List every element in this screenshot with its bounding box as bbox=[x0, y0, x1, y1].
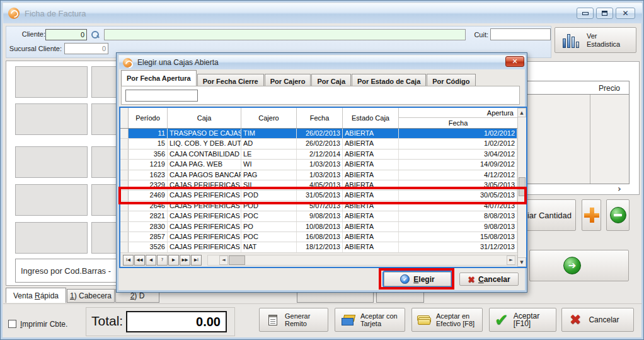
navigator-button-3[interactable]: ◀ bbox=[146, 255, 156, 266]
vscroll-down-icon[interactable]: ▼ bbox=[517, 257, 526, 267]
cliente-name-field[interactable] bbox=[104, 29, 466, 40]
quick-product-button[interactable] bbox=[15, 66, 88, 98]
quick-product-button[interactable] bbox=[15, 146, 88, 178]
minimize-button[interactable] bbox=[577, 8, 594, 19]
grid-row[interactable]: 2646CAJAS PERIFERICASPOD5/07/2013ABIERTA… bbox=[120, 201, 526, 211]
hscroll-right-icon[interactable]: ► bbox=[507, 255, 515, 265]
grid-cell: 3526 bbox=[129, 242, 168, 252]
col-estado[interactable]: Estado Caja bbox=[343, 108, 399, 128]
grid-cell: 4/05/2013 bbox=[297, 180, 343, 190]
vscroll-thumb[interactable] bbox=[519, 177, 526, 196]
row-indicator bbox=[120, 211, 129, 221]
navigator-buttons: I◀◀◀◀?▶▶▶▶I bbox=[123, 255, 202, 266]
grid-row[interactable]: 2830CAJAS PERIFERICASPO10/08/2013ABIERTA… bbox=[120, 222, 526, 232]
tab-venta-rapida[interactable]: Venta Rápida bbox=[6, 288, 66, 303]
grid-cell: ABIERTA bbox=[343, 191, 399, 200]
grid-cell: 10/08/2013 bbox=[297, 222, 343, 232]
navigator-button-1[interactable]: I◀ bbox=[123, 255, 134, 266]
row-indicator bbox=[120, 170, 129, 180]
ver-estadistica-button[interactable]: Ver Estadistica bbox=[555, 27, 636, 53]
grid-row[interactable]: 2821CAJAS PERIFERICASPOC9/08/2013ABIERTA… bbox=[120, 211, 526, 221]
cancelar-label: Cancelar bbox=[589, 316, 619, 324]
elegir-button[interactable]: ✔ Elegir bbox=[384, 272, 451, 286]
row-indicator bbox=[120, 191, 129, 200]
grid-cell: ABIERTA bbox=[343, 139, 399, 148]
grid-cell: 4/07/2013 bbox=[399, 201, 517, 211]
grid-cell: SIL bbox=[241, 180, 297, 190]
horizontal-scrollbar[interactable]: ◄ ► bbox=[207, 255, 517, 266]
aceptar-tarjeta-label: Aceptar con Tarjeta bbox=[360, 312, 403, 327]
grid-row[interactable]: 356CAJA CONTABILIDADLE2/12/2014ABIERTA3/… bbox=[120, 149, 526, 160]
grid-row[interactable]: 2857CAJAS PERIFERICASPOC16/08/2013ABIERT… bbox=[120, 232, 526, 242]
grid-cell: TRASPASO DE CAJAS PER bbox=[168, 129, 241, 138]
dialog-cancelar-button[interactable]: ✖ Cancelar bbox=[459, 273, 519, 286]
navigator-button-6[interactable]: ▶▶ bbox=[180, 255, 190, 266]
app-window: Ficha de Factura ✕ Cliente: 0 Cuit: Sucu… bbox=[0, 0, 644, 340]
dialog-close-button[interactable]: ✕ bbox=[505, 56, 524, 67]
search-icon bbox=[90, 30, 100, 40]
col-caja[interactable]: Caja bbox=[168, 108, 241, 128]
quick-product-button[interactable] bbox=[15, 184, 88, 216]
cliente-code-field[interactable]: 0 bbox=[45, 29, 87, 40]
grid-cell: 9/08/2013 bbox=[297, 211, 343, 221]
grid-row[interactable]: 15LIQ. COB. Y DEB. AUTOAD26/02/2013ABIER… bbox=[120, 139, 526, 149]
quick-product-button[interactable] bbox=[15, 103, 88, 135]
aceptar-efectivo-button[interactable]: Aceptar en Efectivo [F8] bbox=[411, 308, 483, 332]
vertical-scrollbar[interactable] bbox=[517, 117, 526, 257]
check-icon: ✔ bbox=[495, 312, 509, 328]
hscroll-thumb[interactable] bbox=[229, 255, 245, 265]
aceptar-tarjeta-button[interactable]: Aceptar con Tarjeta bbox=[335, 308, 405, 332]
grid-cell: CAJAS PERIFERICAS bbox=[168, 191, 241, 200]
navigator-button-5[interactable]: ▶ bbox=[168, 255, 179, 266]
vscroll-up-icon[interactable]: ▲ bbox=[517, 108, 526, 117]
dialog-tab-1[interactable]: Por Fecha Apertura bbox=[121, 70, 197, 86]
grid-cell: 30/05/2013 bbox=[399, 191, 517, 200]
grid-row[interactable]: 3526CAJAS PERIFERICASNAT18/12/2013ABIERT… bbox=[120, 242, 526, 252]
col-apertura-band[interactable]: Apertura Fecha bbox=[399, 108, 517, 128]
imprimir-checkbox[interactable] bbox=[8, 320, 16, 328]
remove-item-button[interactable] bbox=[606, 199, 630, 231]
grid-cell: TIM bbox=[241, 129, 297, 138]
items-scroll-right-icon[interactable]: › bbox=[618, 184, 621, 194]
sucursal-field[interactable]: 0 bbox=[64, 43, 108, 54]
chart-icon bbox=[563, 33, 579, 48]
search-client-button[interactable] bbox=[90, 30, 100, 40]
cuit-field[interactable] bbox=[490, 28, 551, 40]
tab-detalle-label: 2) D bbox=[130, 291, 145, 300]
navigator-button-7[interactable]: ▶I bbox=[191, 255, 202, 266]
cash-icon bbox=[417, 315, 431, 325]
elegir-caja-dialog: Elegir una Cajas Abierta ✕ Por Fecha Ape… bbox=[116, 52, 527, 293]
grid-cell: 1/02/2012 bbox=[399, 129, 517, 138]
cancelar-button[interactable]: ✖ Cancelar bbox=[561, 308, 634, 332]
grid-row[interactable]: 11TRASPASO DE CAJAS PERTIM26/02/2013ABIE… bbox=[120, 129, 526, 139]
col-cajero[interactable]: Cajero bbox=[241, 108, 297, 128]
close-button[interactable]: ✕ bbox=[616, 8, 635, 19]
grid-cell: 15 bbox=[129, 139, 168, 148]
band-apertura-label: Apertura bbox=[399, 108, 517, 118]
grid-cell: 1623 bbox=[129, 170, 168, 180]
grid-row[interactable]: 2329CAJAS PERIFERICASSIL4/05/2013ABIERTA… bbox=[120, 180, 526, 191]
aceptar-button[interactable]: ✔ Aceptar [F10] bbox=[489, 308, 556, 332]
grid-row[interactable]: 1623CAJA PAGOS BANCARIOSPAG1/03/2013ABIE… bbox=[120, 170, 526, 180]
col-periodo[interactable]: Período bbox=[129, 108, 168, 128]
grid-cell: 31/05/2013 bbox=[297, 191, 343, 200]
maximize-button[interactable] bbox=[596, 8, 613, 19]
next-step-button[interactable]: ➔ bbox=[529, 250, 629, 281]
navigator-button-4[interactable]: ? bbox=[157, 255, 168, 266]
filter-input[interactable] bbox=[125, 90, 198, 102]
quick-product-button[interactable] bbox=[15, 222, 88, 254]
generar-remito-button[interactable]: Generar Remito bbox=[259, 308, 328, 332]
grid-cell: ABIERTA bbox=[343, 170, 399, 180]
col-fecha[interactable]: Fecha bbox=[297, 108, 343, 128]
tab-cabecera[interactable]: 1) Cabecera bbox=[67, 289, 115, 303]
hscroll-left-icon[interactable]: ◄ bbox=[219, 255, 228, 265]
grid-row[interactable]: 2469CAJAS PERIFERICASPOD31/05/2013ABIERT… bbox=[120, 191, 526, 201]
minimize-icon bbox=[582, 12, 589, 15]
ver-estadistica-label: Ver Estadistica bbox=[587, 32, 627, 49]
grid-cell: ABIERTA bbox=[343, 129, 399, 138]
navigator-button-2[interactable]: ◀◀ bbox=[134, 255, 145, 266]
grid-cell: 2329 bbox=[129, 180, 168, 190]
row-indicator bbox=[120, 149, 129, 159]
grid-row[interactable]: 1219CAJA PAG. WEBWI1/03/2013ABIERTA14/09… bbox=[120, 160, 526, 170]
add-item-button[interactable] bbox=[582, 199, 601, 231]
